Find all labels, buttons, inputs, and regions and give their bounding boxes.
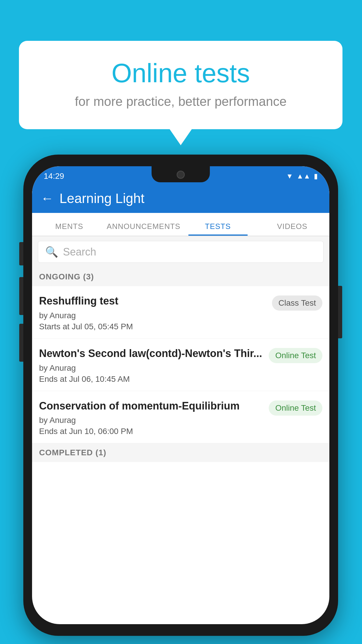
tab-announcements[interactable]: ANNOUNCEMENTS	[106, 222, 181, 236]
app-header: ← Learning Light	[32, 184, 329, 213]
speech-bubble: Online tests for more practice, better p…	[19, 41, 342, 129]
side-button-volume-indicator	[19, 242, 23, 265]
test-author-3: by Anurag	[39, 416, 264, 425]
status-icons: ▼ ▲▲ ▮	[286, 172, 318, 180]
test-info-2: Newton's Second law(contd)-Newton's Thir…	[39, 347, 264, 384]
battery-icon: ▮	[314, 172, 318, 180]
search-icon: 🔍	[45, 246, 58, 258]
test-author-2: by Anurag	[39, 363, 264, 373]
test-date-1: Starts at Jul 05, 05:45 PM	[39, 322, 267, 331]
search-bar[interactable]: 🔍 Search	[38, 241, 324, 263]
side-button-volume-up	[19, 277, 23, 315]
app-title: Learning Light	[59, 190, 145, 206]
tab-videos[interactable]: VIDEOS	[255, 222, 329, 236]
completed-section-header: COMPLETED (1)	[32, 443, 329, 462]
screen-content: 14:29 ▼ ▲▲ ▮ ← Learning Light MENTS ANNO…	[32, 166, 329, 624]
speech-bubble-subtitle: for more practice, better performance	[42, 94, 319, 109]
tab-tests[interactable]: TESTS	[181, 222, 255, 236]
wifi-icon: ▼	[286, 172, 293, 180]
test-name-2: Newton's Second law(contd)-Newton's Thir…	[39, 347, 264, 360]
ongoing-section-header: ONGOING (3)	[32, 267, 329, 286]
signal-icon: ▲▲	[296, 172, 310, 180]
speech-bubble-title: Online tests	[42, 58, 319, 88]
phone-notch	[152, 166, 210, 182]
test-badge-1: Class Test	[272, 295, 322, 311]
search-placeholder: Search	[63, 246, 96, 258]
test-item-2[interactable]: Newton's Second law(contd)-Newton's Thir…	[32, 339, 329, 391]
phone-container: 14:29 ▼ ▲▲ ▮ ← Learning Light MENTS ANNO…	[23, 155, 338, 636]
test-badge-2: Online Test	[269, 348, 322, 363]
test-item-1[interactable]: Reshuffling test by Anurag Starts at Jul…	[32, 286, 329, 339]
test-author-1: by Anurag	[39, 311, 267, 320]
test-name-1: Reshuffling test	[39, 294, 267, 308]
back-button[interactable]: ←	[41, 191, 54, 206]
search-container: 🔍 Search	[32, 236, 329, 267]
camera-icon	[177, 171, 185, 179]
test-date-2: Ends at Jul 06, 10:45 AM	[39, 374, 264, 384]
status-time: 14:29	[44, 172, 64, 181]
test-name-3: Conservation of momentum-Equilibrium	[39, 399, 264, 413]
tab-ments[interactable]: MENTS	[32, 222, 106, 236]
test-info-3: Conservation of momentum-Equilibrium by …	[39, 399, 264, 436]
test-badge-3: Online Test	[269, 400, 322, 416]
test-date-3: Ends at Jun 10, 06:00 PM	[39, 427, 264, 436]
phone-screen: 14:29 ▼ ▲▲ ▮ ← Learning Light MENTS ANNO…	[32, 166, 329, 624]
side-button-power	[338, 286, 342, 338]
test-info-1: Reshuffling test by Anurag Starts at Jul…	[39, 294, 267, 331]
side-button-volume-down	[19, 324, 23, 362]
test-list: Reshuffling test by Anurag Starts at Jul…	[32, 286, 329, 443]
test-item-3[interactable]: Conservation of momentum-Equilibrium by …	[32, 391, 329, 444]
tab-bar: MENTS ANNOUNCEMENTS TESTS VIDEOS	[32, 213, 329, 236]
